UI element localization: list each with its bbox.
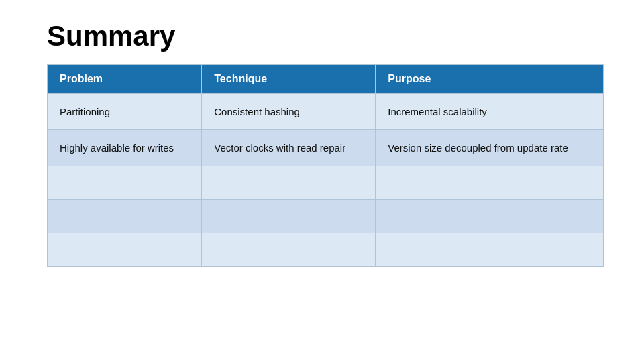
cell-technique-3 (202, 200, 376, 233)
cell-problem-1: Highly available for writes (48, 130, 202, 166)
cell-technique-1: Vector clocks with read repair (202, 130, 376, 166)
table-header-row: Problem Technique Purpose (48, 65, 604, 94)
cell-problem-0: Partitioning (48, 94, 202, 130)
cell-purpose-4 (376, 233, 604, 267)
col-header-technique: Technique (202, 65, 376, 94)
cell-technique-0: Consistent hashing (202, 94, 376, 130)
cell-purpose-2 (376, 166, 604, 200)
table-row: Highly available for writesVector clocks… (48, 130, 604, 166)
table-row: PartitioningConsistent hashingIncrementa… (48, 94, 604, 130)
page-title: Summary (47, 20, 610, 52)
cell-technique-4 (202, 233, 376, 267)
cell-problem-3 (48, 200, 202, 233)
summary-table: Problem Technique Purpose PartitioningCo… (47, 64, 604, 267)
summary-table-container: Problem Technique Purpose PartitioningCo… (47, 64, 604, 267)
table-row (48, 200, 604, 233)
cell-problem-4 (48, 233, 202, 267)
cell-technique-2 (202, 166, 376, 200)
table-row (48, 233, 604, 267)
col-header-problem: Problem (48, 65, 202, 94)
cell-purpose-0: Incremental scalability (376, 94, 604, 130)
col-header-purpose: Purpose (376, 65, 604, 94)
cell-purpose-1: Version size decoupled from update rate (376, 130, 604, 166)
cell-purpose-3 (376, 200, 604, 233)
page: Summary Problem Technique Purpose Partit… (0, 0, 644, 362)
table-row (48, 166, 604, 200)
cell-problem-2 (48, 166, 202, 200)
